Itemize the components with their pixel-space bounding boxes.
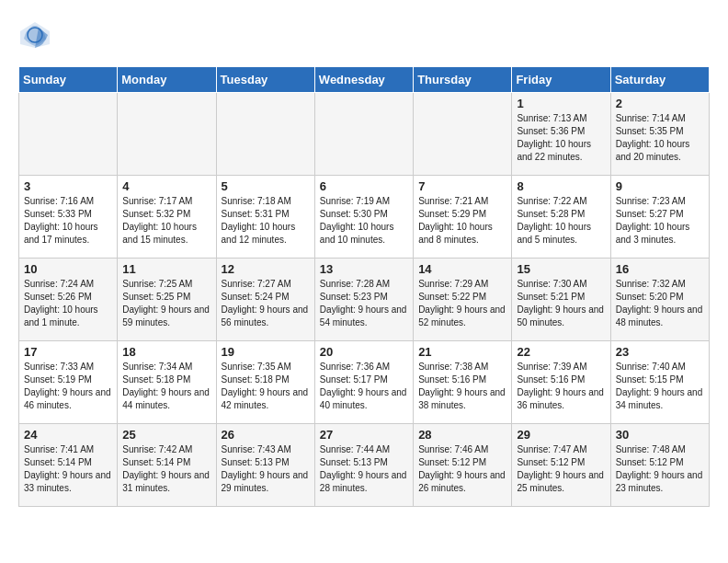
day-number: 29 (517, 428, 605, 442)
calendar-cell: 15Sunrise: 7:30 AMSunset: 5:21 PMDayligh… (512, 259, 610, 341)
calendar-week-row: 10Sunrise: 7:24 AMSunset: 5:26 PMDayligh… (19, 259, 710, 341)
day-info: Sunset: 5:27 PM (616, 208, 704, 221)
day-info: Daylight: 9 hours and 26 minutes. (418, 469, 506, 495)
day-info: Sunset: 5:12 PM (418, 456, 506, 469)
calendar-cell (118, 93, 216, 176)
day-info: Sunset: 5:35 PM (616, 125, 704, 138)
logo (18, 18, 55, 52)
day-info: Sunset: 5:26 PM (24, 291, 112, 304)
day-info: Sunset: 5:30 PM (320, 208, 408, 221)
day-info: Sunrise: 7:19 AM (320, 195, 408, 208)
day-number: 5 (222, 179, 310, 193)
day-info: Sunrise: 7:18 AM (222, 195, 310, 208)
day-number: 1 (517, 97, 605, 110)
day-info: Sunrise: 7:16 AM (24, 195, 112, 208)
day-info: Daylight: 9 hours and 34 minutes. (616, 386, 704, 412)
day-number: 3 (24, 179, 112, 193)
calendar-cell: 1Sunrise: 7:13 AMSunset: 5:36 PMDaylight… (512, 93, 610, 176)
day-number: 20 (320, 345, 408, 359)
calendar-cell (216, 93, 314, 176)
day-number: 23 (616, 345, 704, 359)
day-info: Sunrise: 7:14 AM (616, 112, 704, 125)
day-info: Sunrise: 7:23 AM (616, 195, 704, 208)
calendar-cell: 12Sunrise: 7:27 AMSunset: 5:24 PMDayligh… (216, 259, 314, 341)
day-info: Sunset: 5:29 PM (418, 208, 506, 221)
day-info: Sunrise: 7:36 AM (320, 361, 408, 373)
day-info: Sunset: 5:21 PM (517, 291, 605, 304)
day-number: 7 (418, 179, 506, 193)
day-info: Daylight: 10 hours and 20 minutes. (616, 138, 704, 164)
day-info: Daylight: 10 hours and 8 minutes. (418, 221, 506, 247)
day-info: Sunset: 5:24 PM (222, 291, 310, 304)
day-info: Sunrise: 7:39 AM (517, 361, 605, 373)
day-number: 2 (616, 97, 704, 110)
calendar-cell: 30Sunrise: 7:48 AMSunset: 5:12 PMDayligh… (610, 424, 709, 507)
calendar-cell: 11Sunrise: 7:25 AMSunset: 5:25 PMDayligh… (118, 259, 216, 341)
day-header-thursday: Thursday (414, 67, 512, 93)
calendar-cell: 3Sunrise: 7:16 AMSunset: 5:33 PMDaylight… (19, 176, 118, 259)
day-info: Sunset: 5:31 PM (222, 208, 310, 221)
day-number: 28 (418, 428, 506, 442)
calendar-week-row: 3Sunrise: 7:16 AMSunset: 5:33 PMDaylight… (19, 176, 710, 259)
logo-icon (18, 18, 51, 52)
calendar-cell: 26Sunrise: 7:43 AMSunset: 5:13 PMDayligh… (216, 424, 314, 507)
day-info: Sunset: 5:13 PM (320, 456, 408, 469)
day-number: 15 (517, 262, 605, 276)
day-info: Sunrise: 7:25 AM (122, 278, 210, 291)
day-info: Daylight: 9 hours and 52 minutes. (418, 304, 506, 329)
day-number: 12 (222, 262, 310, 276)
day-number: 19 (222, 345, 310, 359)
day-info: Daylight: 9 hours and 23 minutes. (616, 469, 704, 495)
calendar-cell: 8Sunrise: 7:22 AMSunset: 5:28 PMDaylight… (512, 176, 610, 259)
day-info: Daylight: 9 hours and 46 minutes. (24, 386, 112, 412)
day-header-sunday: Sunday (19, 67, 118, 93)
calendar-cell: 14Sunrise: 7:29 AMSunset: 5:22 PMDayligh… (414, 259, 512, 341)
calendar-cell: 17Sunrise: 7:33 AMSunset: 5:19 PMDayligh… (19, 341, 118, 424)
day-info: Sunset: 5:25 PM (122, 291, 210, 304)
day-header-monday: Monday (118, 67, 216, 93)
calendar-cell: 16Sunrise: 7:32 AMSunset: 5:20 PMDayligh… (610, 259, 709, 341)
day-info: Sunrise: 7:22 AM (517, 195, 605, 208)
day-info: Sunrise: 7:27 AM (222, 278, 310, 291)
day-number: 26 (222, 428, 310, 442)
day-info: Daylight: 9 hours and 56 minutes. (222, 304, 310, 329)
day-info: Daylight: 10 hours and 15 minutes. (122, 221, 210, 247)
day-info: Sunset: 5:18 PM (122, 373, 210, 386)
calendar-cell: 7Sunrise: 7:21 AMSunset: 5:29 PMDaylight… (414, 176, 512, 259)
calendar-cell: 13Sunrise: 7:28 AMSunset: 5:23 PMDayligh… (314, 259, 413, 341)
day-info: Sunrise: 7:40 AM (616, 361, 704, 373)
day-number: 4 (122, 179, 210, 193)
day-info: Daylight: 10 hours and 10 minutes. (320, 221, 408, 247)
day-info: Sunset: 5:36 PM (517, 125, 605, 138)
day-info: Daylight: 10 hours and 17 minutes. (24, 221, 112, 247)
day-info: Sunrise: 7:41 AM (24, 443, 112, 456)
day-info: Daylight: 9 hours and 36 minutes. (517, 386, 605, 412)
day-info: Sunset: 5:12 PM (517, 456, 605, 469)
day-number: 10 (24, 262, 112, 276)
calendar-cell: 21Sunrise: 7:38 AMSunset: 5:16 PMDayligh… (414, 341, 512, 424)
day-info: Sunset: 5:22 PM (418, 291, 506, 304)
day-info: Sunrise: 7:34 AM (122, 361, 210, 373)
day-info: Daylight: 9 hours and 40 minutes. (320, 386, 408, 412)
day-number: 25 (122, 428, 210, 442)
day-info: Daylight: 10 hours and 1 minute. (24, 304, 112, 329)
day-number: 30 (616, 428, 704, 442)
day-info: Sunrise: 7:17 AM (122, 195, 210, 208)
page-header (18, 18, 710, 52)
day-info: Sunset: 5:14 PM (122, 456, 210, 469)
day-info: Daylight: 9 hours and 25 minutes. (517, 469, 605, 495)
calendar-cell: 2Sunrise: 7:14 AMSunset: 5:35 PMDaylight… (610, 93, 709, 176)
day-info: Sunrise: 7:32 AM (616, 278, 704, 291)
day-info: Daylight: 9 hours and 33 minutes. (24, 469, 112, 495)
calendar-week-row: 17Sunrise: 7:33 AMSunset: 5:19 PMDayligh… (19, 341, 710, 424)
day-info: Daylight: 10 hours and 22 minutes. (517, 138, 605, 164)
calendar-cell: 20Sunrise: 7:36 AMSunset: 5:17 PMDayligh… (314, 341, 413, 424)
day-info: Daylight: 10 hours and 12 minutes. (222, 221, 310, 247)
day-header-tuesday: Tuesday (216, 67, 314, 93)
day-info: Sunrise: 7:44 AM (320, 443, 408, 456)
day-info: Daylight: 10 hours and 5 minutes. (517, 221, 605, 247)
day-info: Sunset: 5:32 PM (122, 208, 210, 221)
day-info: Daylight: 9 hours and 54 minutes. (320, 304, 408, 329)
day-number: 6 (320, 179, 408, 193)
day-header-saturday: Saturday (610, 67, 709, 93)
